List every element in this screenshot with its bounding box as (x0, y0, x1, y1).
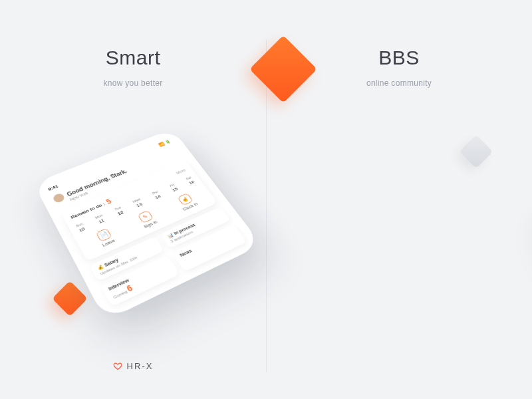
day-sun[interactable]: Sun10 (75, 222, 86, 233)
phone-smart: 9:41 📶 🔋 Good morning, Stark. New York R… (33, 129, 261, 321)
remain-count: 5 (105, 198, 113, 205)
headline-smart: Smart (106, 47, 161, 69)
panel-smart: Smart know you better 9:41 📶 🔋 Good morn… (0, 0, 266, 399)
day-fri[interactable]: Fri15 (168, 183, 179, 193)
avatar[interactable] (52, 192, 66, 203)
brand-text: HR-X (127, 361, 154, 371)
subhead-bbs: online community (366, 78, 432, 88)
status-time: 9:41 (47, 184, 59, 192)
day-thu[interactable]: Thu14 (151, 190, 162, 201)
panel-bbs: BBS online community Moraine Lake, Banff… (266, 0, 532, 399)
day-tue[interactable]: Tue12 (114, 205, 124, 216)
day-sat[interactable]: Sat16 (185, 176, 196, 186)
brand-logo: HR-X (113, 361, 154, 371)
more-link[interactable]: More (176, 168, 186, 175)
day-wed[interactable]: Wed13 (132, 198, 144, 209)
day-mon[interactable]: Mon11 (94, 213, 106, 225)
heart-icon (113, 361, 123, 371)
subhead-smart: know you better (103, 78, 162, 88)
status-icons: 📶 🔋 (158, 139, 172, 147)
headline-bbs: BBS (378, 47, 420, 69)
